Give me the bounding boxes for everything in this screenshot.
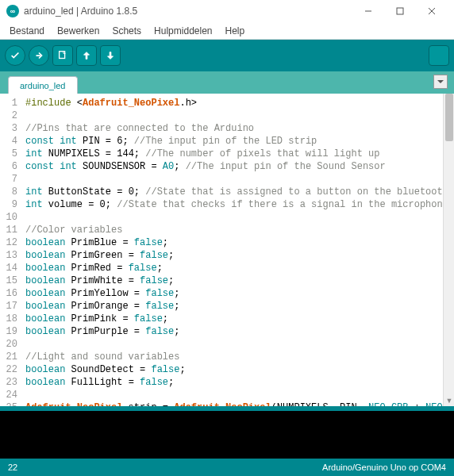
svg-line-6 (441, 57, 444, 60)
code-content[interactable] (22, 338, 443, 351)
code-line[interactable]: 1#include <Adafruit_NeoPixel.h> (0, 97, 443, 109)
code-content[interactable]: //Pins that are connected to the Arduino (22, 122, 443, 135)
code-line[interactable]: 10 (0, 211, 443, 224)
menu-help[interactable]: Help (219, 25, 252, 36)
close-button[interactable] (416, 0, 448, 22)
line-number: 17 (0, 300, 22, 313)
code-line[interactable]: 18boolean PrimPink = false; (0, 313, 443, 325)
menu-edit[interactable]: Bewerken (51, 25, 106, 36)
vertical-scrollbar[interactable]: ▲ ▼ (443, 94, 454, 406)
code-line[interactable]: 4const int PIN = 6; //The input pin of t… (0, 135, 443, 148)
menu-sketch[interactable]: Schets (106, 25, 148, 36)
code-content[interactable]: #include <Adafruit_NeoPixel.h> (22, 97, 443, 109)
output-console[interactable] (0, 411, 454, 459)
code-line[interactable]: 8int ButtonState = 0; //State that is as… (0, 186, 443, 198)
line-number: 16 (0, 287, 22, 300)
code-content[interactable]: boolean PrimBlue = false; (22, 236, 443, 249)
code-content[interactable] (22, 389, 443, 401)
code-line[interactable]: 24 (0, 389, 443, 401)
code-content[interactable] (22, 211, 443, 224)
code-line[interactable]: 5int NUMPIXELS = 144; //The number of pi… (0, 148, 443, 160)
maximize-button[interactable] (384, 0, 416, 22)
scrollbar-thumb[interactable] (445, 94, 453, 141)
editor-area: 1#include <Adafruit_NeoPixel.h>23//Pins … (0, 94, 454, 406)
minimize-button[interactable] (352, 0, 384, 22)
line-number: 19 (0, 325, 22, 338)
code-line[interactable]: 14boolean PrimRed = false; (0, 262, 443, 274)
code-content[interactable]: boolean PrimPink = false; (22, 313, 443, 325)
upload-button[interactable] (29, 45, 49, 66)
code-line[interactable]: 7 (0, 173, 443, 186)
code-line[interactable]: 22boolean SoundDetect = false; (0, 363, 443, 376)
tab-menu-button[interactable] (433, 75, 448, 89)
code-content[interactable]: boolean PrimRed = false; (22, 262, 443, 274)
code-line[interactable]: 16boolean PrimYellow = false; (0, 287, 443, 300)
code-editor[interactable]: 1#include <Adafruit_NeoPixel.h>23//Pins … (0, 94, 443, 406)
code-line[interactable]: 3//Pins that are connected to the Arduin… (0, 122, 443, 135)
title-bar: ∞ arduino_led | Arduino 1.8.5 (0, 0, 454, 22)
code-content[interactable]: boolean PrimPurple = false; (22, 325, 443, 338)
line-number: 20 (0, 338, 22, 351)
line-number: 8 (0, 186, 22, 198)
code-line[interactable]: 15boolean PrimWhite = false; (0, 274, 443, 287)
code-line[interactable]: 21//Light and sound variables (0, 351, 443, 363)
window-title: arduino_led | Arduino 1.8.5 (24, 6, 352, 17)
menu-file[interactable]: Bestand (3, 25, 51, 36)
line-number: 9 (0, 198, 22, 211)
save-button[interactable] (100, 45, 121, 66)
code-content[interactable]: boolean PrimGreen = false; (22, 249, 443, 262)
svg-rect-1 (397, 8, 403, 14)
line-number: 21 (0, 351, 22, 363)
line-number: 3 (0, 122, 22, 135)
code-line[interactable]: 12boolean PrimBlue = false; (0, 236, 443, 249)
line-number: 15 (0, 274, 22, 287)
code-content[interactable]: Adafruit_NeoPixel strip = Adafruit_NeoPi… (22, 401, 443, 406)
status-bar: 22 Arduino/Genuino Uno op COM4 (0, 459, 454, 476)
svg-rect-4 (60, 52, 65, 59)
line-number: 5 (0, 148, 22, 160)
code-content[interactable]: boolean FullLight = false; (22, 376, 443, 389)
open-button[interactable] (76, 45, 97, 66)
line-number: 1 (0, 97, 22, 109)
line-number: 10 (0, 211, 22, 224)
code-line[interactable]: 11//Color variables (0, 224, 443, 236)
code-content[interactable]: boolean PrimOrange = false; (22, 300, 443, 313)
code-line[interactable]: 20 (0, 338, 443, 351)
code-line[interactable]: 19boolean PrimPurple = false; (0, 325, 443, 338)
tab-sketch[interactable]: arduino_led (8, 76, 78, 94)
code-content[interactable] (22, 173, 443, 186)
code-line[interactable]: 6const int SOUNDSENSOR = A0; //The input… (0, 160, 443, 173)
toolbar (0, 40, 454, 71)
line-number: 22 (0, 363, 22, 376)
code-content[interactable]: boolean SoundDetect = false; (22, 363, 443, 376)
code-line[interactable]: 23boolean FullLight = false; (0, 376, 443, 389)
code-content[interactable]: //Light and sound variables (22, 351, 443, 363)
code-line[interactable]: 13boolean PrimGreen = false; (0, 249, 443, 262)
code-content[interactable]: boolean PrimWhite = false; (22, 274, 443, 287)
code-content[interactable]: //Color variables (22, 224, 443, 236)
code-content[interactable]: boolean PrimYellow = false; (22, 287, 443, 300)
line-number: 7 (0, 173, 22, 186)
verify-button[interactable] (5, 45, 25, 66)
line-number: 18 (0, 313, 22, 325)
line-number: 14 (0, 262, 22, 274)
scroll-down-icon[interactable]: ▼ (444, 395, 454, 406)
line-number: 11 (0, 224, 22, 236)
code-content[interactable]: int ButtonState = 0; //State that is ass… (22, 186, 443, 198)
code-content[interactable]: const int SOUNDSENSOR = A0; //The input … (22, 160, 443, 173)
code-content[interactable] (22, 109, 443, 122)
code-line[interactable]: 17boolean PrimOrange = false; (0, 300, 443, 313)
code-content[interactable]: int NUMPIXELS = 144; //The number of pix… (22, 148, 443, 160)
menu-tools[interactable]: Hulpmiddelen (148, 25, 218, 36)
code-line[interactable]: 2 (0, 109, 443, 122)
code-line[interactable]: 9int volume = 0; //State that checks if … (0, 198, 443, 211)
line-number: 13 (0, 249, 22, 262)
new-button[interactable] (52, 45, 73, 66)
serial-monitor-button[interactable] (429, 45, 449, 66)
line-number: 24 (0, 389, 22, 401)
arduino-logo-icon: ∞ (6, 5, 19, 17)
code-content[interactable]: int volume = 0; //State that checks if t… (22, 198, 443, 211)
code-content[interactable]: const int PIN = 6; //The input pin of th… (22, 135, 443, 148)
line-number: 4 (0, 135, 22, 148)
code-line[interactable]: 25Adafruit_NeoPixel strip = Adafruit_Neo… (0, 401, 443, 406)
